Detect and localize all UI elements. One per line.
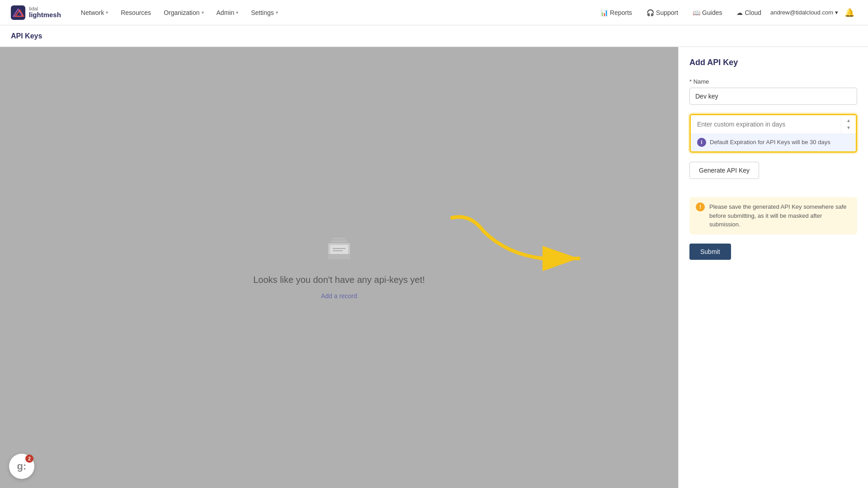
logo-lightmesh: lightmesh xyxy=(29,11,61,19)
headset-icon: 🎧 xyxy=(646,9,654,16)
content-area: Looks like you don't have any api-keys y… xyxy=(0,47,678,488)
expiration-form-group: ▲ ▼ i Default Expiration for API Keys wi… xyxy=(689,114,857,153)
svg-rect-8 xyxy=(328,254,350,259)
svg-rect-4 xyxy=(332,238,346,239)
expiration-wrapper: ▲ ▼ i Default Expiration for API Keys wi… xyxy=(689,114,857,153)
nav-support[interactable]: 🎧 Support xyxy=(641,5,684,20)
nav-admin[interactable]: Admin ▾ xyxy=(211,5,244,20)
giveback-letter: g: xyxy=(17,460,27,472)
book-icon: 📖 xyxy=(693,9,700,16)
user-menu[interactable]: andrew@tidalcloud.com ▾ xyxy=(770,9,838,16)
nav-resources[interactable]: Resources xyxy=(115,5,156,20)
chevron-down-icon: ▾ xyxy=(236,10,238,15)
spinner-up-button[interactable]: ▲ xyxy=(845,117,852,124)
name-form-group: * Name xyxy=(689,78,857,105)
generate-api-key-button[interactable]: Generate API Key xyxy=(689,162,759,179)
giveback-count: 2 xyxy=(25,455,33,463)
nav-settings[interactable]: Settings ▾ xyxy=(245,5,283,20)
expiration-info-box: i Default Expiration for API Keys will b… xyxy=(691,133,856,151)
expiration-input[interactable] xyxy=(691,115,841,133)
bar-chart-icon: 📊 xyxy=(600,9,608,16)
chevron-down-icon: ▾ xyxy=(202,10,204,15)
nav-organization[interactable]: Organization ▾ xyxy=(158,5,209,20)
expiration-spinners: ▲ ▼ xyxy=(841,115,856,133)
page-header: API Keys xyxy=(0,25,868,47)
chevron-down-icon: ▾ xyxy=(835,9,838,16)
warning-icon: ! xyxy=(696,202,705,211)
nav-guides[interactable]: 📖 Guides xyxy=(687,5,727,20)
nav-cloud[interactable]: ☁ Cloud xyxy=(731,5,767,20)
nav-reports[interactable]: 📊 Reports xyxy=(595,5,637,20)
empty-state: Looks like you don't have any api-keys y… xyxy=(253,236,425,300)
empty-state-icon xyxy=(321,236,357,267)
spinner-down-button[interactable]: ▼ xyxy=(845,124,852,131)
name-label: * Name xyxy=(689,78,857,85)
page-title: API Keys xyxy=(11,32,42,40)
chevron-down-icon: ▾ xyxy=(106,10,108,15)
add-record-link[interactable]: Add a record xyxy=(321,292,357,300)
svg-rect-5 xyxy=(331,240,347,242)
generate-button-group: Generate API Key xyxy=(689,162,857,188)
navbar: tidal lightmesh Network ▾ Resources Orga… xyxy=(0,0,868,25)
main-content: Looks like you don't have any api-keys y… xyxy=(0,47,868,488)
nav-right: 📊 Reports 🎧 Support 📖 Guides ☁ Cloud and… xyxy=(595,5,857,20)
panel-title: Add API Key xyxy=(689,58,857,67)
notifications-bell-icon[interactable]: 🔔 xyxy=(842,5,857,20)
expiration-info-text: Default Expiration for API Keys will be … xyxy=(710,138,830,147)
giveback-badge[interactable]: g: 2 xyxy=(9,454,34,479)
nav-items: Network ▾ Resources Organization ▾ Admin… xyxy=(75,5,595,20)
submit-button[interactable]: Submit xyxy=(689,244,731,260)
cloud-icon: ☁ xyxy=(736,9,743,16)
warning-text: Please save the generated API Key somewh… xyxy=(709,202,851,229)
chevron-down-icon: ▾ xyxy=(276,10,278,15)
nav-network[interactable]: Network ▾ xyxy=(75,5,113,20)
add-api-key-panel: Add API Key * Name ▲ ▼ i Default Expirat… xyxy=(678,47,868,488)
expiration-input-row: ▲ ▼ xyxy=(691,115,856,133)
empty-state-message: Looks like you don't have any api-keys y… xyxy=(253,275,425,285)
logo[interactable]: tidal lightmesh xyxy=(11,5,61,20)
info-icon: i xyxy=(697,138,706,147)
warning-box: ! Please save the generated API Key some… xyxy=(689,197,857,235)
name-input[interactable] xyxy=(689,88,857,105)
